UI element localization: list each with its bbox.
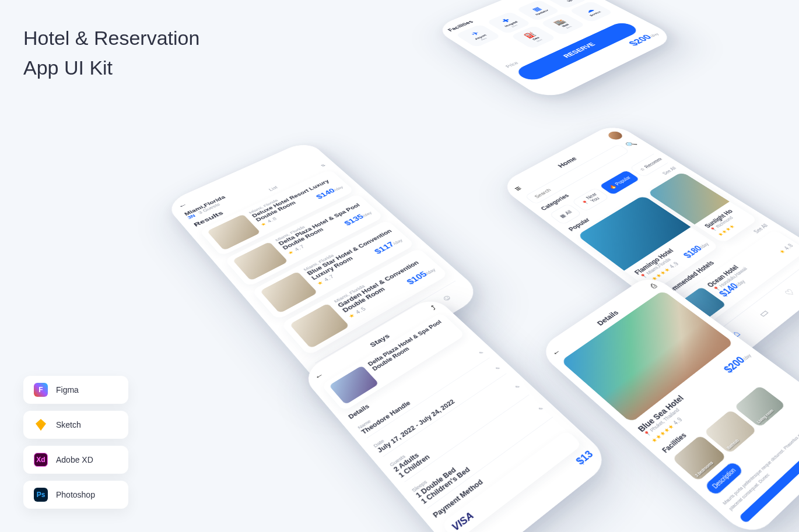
- hotel-thumb: [260, 272, 318, 313]
- figma-icon: F: [34, 383, 48, 397]
- tool-sketch: Sketch: [23, 411, 128, 439]
- home-title: Home: [556, 156, 579, 169]
- tab-calendar-icon[interactable]: ▭: [755, 308, 772, 319]
- search-icon[interactable]: 🔍: [623, 140, 638, 149]
- edit-icon[interactable]: ✎: [514, 384, 521, 390]
- tools-list: F Figma Sketch Xd Adobe XD Ps Photoshop: [23, 376, 128, 509]
- bookmark-icon[interactable]: ⎙: [649, 282, 659, 290]
- tool-figma: F Figma: [23, 376, 128, 404]
- tool-label: Figma: [56, 385, 79, 394]
- filter-icon[interactable]: ⇅: [320, 163, 326, 168]
- back-icon[interactable]: ←: [313, 371, 325, 381]
- avatar[interactable]: [606, 130, 625, 141]
- title-line-1: Hotel & Reservation: [23, 27, 199, 49]
- tool-label: Sketch: [56, 420, 81, 429]
- hotel-thumb: [289, 303, 349, 348]
- hotel-name: Blue Sea Hotel: [636, 393, 686, 434]
- phone-facilities: FacilitiesRoom ✈Airport4km ✚Hospital2km …: [433, 0, 677, 101]
- price-value: $13: [574, 449, 595, 467]
- xd-icon: Xd: [34, 453, 48, 467]
- tab-heart-icon[interactable]: ♡: [782, 287, 797, 298]
- tool-label: Photoshop: [56, 490, 95, 499]
- share-icon[interactable]: ⤴: [429, 304, 438, 311]
- sketch-icon: [34, 418, 48, 432]
- menu-icon[interactable]: ≡: [512, 185, 524, 193]
- title-line-2: App UI Kit: [23, 57, 113, 79]
- tool-xd: Xd Adobe XD: [23, 446, 128, 474]
- edit-icon[interactable]: ✎: [495, 365, 502, 371]
- ps-icon: Ps: [34, 488, 48, 502]
- see-all-link[interactable]: See All: [661, 166, 677, 176]
- page-title: Hotel & ReservationApp UI Kit: [23, 23, 199, 83]
- edit-icon[interactable]: ✎: [478, 350, 485, 355]
- tool-photoshop: Ps Photoshop: [23, 481, 128, 509]
- view-toggle-list[interactable]: List: [268, 185, 279, 192]
- see-all-link[interactable]: See All: [752, 223, 769, 234]
- tool-label: Adobe XD: [56, 455, 93, 464]
- edit-icon[interactable]: ✎: [538, 406, 545, 412]
- visa-logo: VISA: [450, 510, 476, 532]
- back-icon[interactable]: ←: [550, 347, 563, 358]
